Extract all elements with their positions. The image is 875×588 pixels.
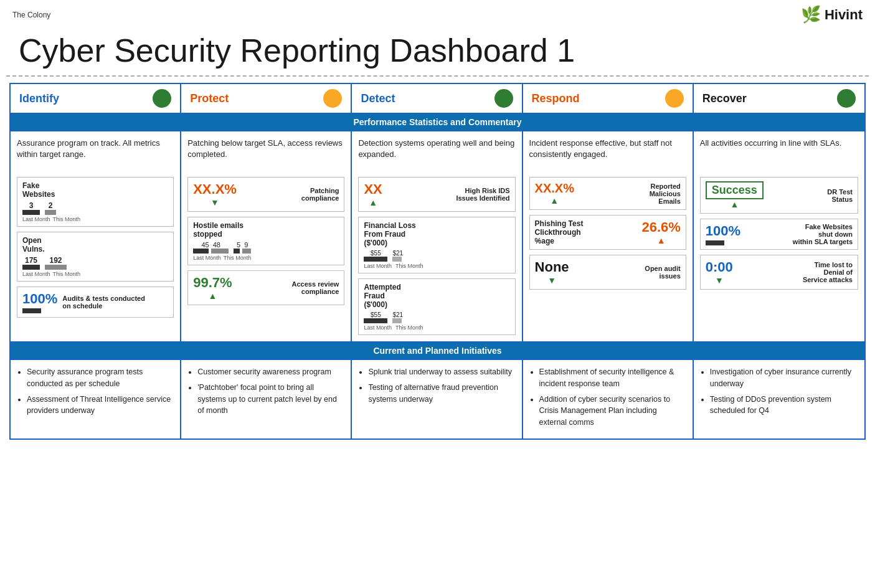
patching-val: XX.X% — [193, 181, 237, 197]
he-bar4 — [242, 249, 251, 254]
rme-label: ReportedMaliciousEmails — [650, 183, 681, 205]
respond-circle — [665, 89, 684, 108]
perf-banner: Performance Statistics and Commentary — [9, 114, 866, 131]
af-val-this: $21 — [392, 311, 403, 318]
respond-col: Incident response effective, but staff n… — [523, 131, 694, 341]
protect-col: Patching below target SLA, access review… — [181, 131, 352, 341]
fl-val-this: $21 — [392, 250, 403, 257]
he-sublabels: Last Month This Month — [193, 255, 339, 261]
dos-val: 0:00 — [706, 259, 733, 275]
phishing-arrow: ▲ — [657, 235, 666, 245]
fake-websites-metric: FakeWebsites 3 2 Last — [17, 177, 174, 227]
fw-this-label: This Month — [53, 216, 81, 222]
protect-init-1: Customer security awareness program — [197, 366, 343, 378]
dr-arrow: ▲ — [730, 199, 739, 209]
dr-test-metric: Success ▲ DR TestStatus — [700, 177, 858, 214]
audit-arrow: ▼ — [547, 275, 556, 285]
fw-sla-bar — [706, 240, 724, 245]
detect-init-col: Splunk trial underway to assess suitabil… — [352, 360, 523, 439]
recover-init-1: Investigation of cyber insurance current… — [710, 366, 857, 390]
recover-desc: All activities occurring in line with SL… — [700, 138, 858, 172]
phishing-metric: Phishing TestClickthrough%age 26.6% ▲ — [529, 215, 686, 250]
header-row: Identify Protect Detect Respond Recover — [9, 83, 866, 114]
fw-bar-last — [22, 210, 40, 215]
detect-col: Detection systems operating well and bei… — [352, 131, 523, 341]
logo-icon: 🌿 — [801, 5, 821, 24]
patching-label: Patchingcompliance — [301, 187, 339, 202]
fl-this-label: This Month — [395, 263, 423, 269]
af-last-label: Last Month — [364, 325, 392, 331]
identify-label: Identify — [19, 92, 59, 105]
audits-metric: 100% Audits & tests conductedon schedule — [17, 287, 174, 318]
time-lost-metric: 0:00 ▼ Time lost toDenial ofService atta… — [700, 255, 858, 290]
high-risk-ids-metric: XX ▲ High Risk IDSIssues Identified — [358, 177, 515, 212]
rme-arrow: ▲ — [550, 196, 559, 206]
identify-header: Identify — [11, 84, 181, 113]
logo: 🌿 Hivint — [801, 5, 863, 24]
open-audit-metric: None ▼ Open auditissues — [529, 255, 686, 290]
phishing-label: Phishing TestClickthrough%age — [535, 219, 584, 245]
fl-val-last: $55 — [364, 250, 387, 257]
he-label: Hostile emailsstopped — [193, 221, 339, 239]
patching-metric: XX.X% ▼ Patchingcompliance — [187, 177, 344, 212]
detect-init-2: Testing of alternative fraud prevention … — [368, 382, 514, 405]
dos-arrow: ▼ — [715, 275, 724, 285]
fw-sla-label: Fake Websitesshut downwithin SLA targets — [793, 223, 853, 245]
ov-last-label: Last Month — [22, 271, 50, 277]
ids-label: High Risk IDSIssues Identified — [456, 187, 509, 202]
af-label: AttemptedFraud($'000) — [364, 283, 509, 309]
fw-val-this: 2 — [45, 201, 56, 210]
detect-init-1: Splunk trial underway to assess suitabil… — [368, 366, 514, 378]
protect-header: Protect — [181, 84, 352, 113]
ids-arrow: ▲ — [369, 197, 377, 207]
dr-label: DR TestStatus — [827, 188, 853, 203]
fw-sublabels: Last Month This Month — [22, 216, 80, 222]
ov-val-last: 175 — [22, 256, 40, 265]
respond-init-col: Establishment of security intelligence &… — [523, 360, 694, 439]
audits-bar — [22, 308, 41, 313]
ov-this-label: This Month — [53, 271, 81, 277]
logo-text: Hivint — [825, 7, 863, 23]
fl-bar-last — [364, 257, 387, 262]
fl-label: Financial LossFrom Fraud($'000) — [364, 221, 509, 247]
protect-label: Protect — [190, 92, 229, 105]
audit-val: None — [535, 259, 569, 275]
protect-init-2: 'Patchtober' focal point to bring all sy… — [197, 382, 343, 417]
identify-init-2: Assessment of Threat Intelligence servic… — [27, 394, 173, 417]
page-title: Cyber Security Reporting Dashboard 1 — [6, 27, 869, 77]
audits-label: Audits & tests conductedon schedule — [62, 295, 145, 310]
patching-arrow: ▼ — [210, 197, 219, 207]
af-val-last: $55 — [364, 311, 387, 318]
detect-header: Detect — [352, 84, 523, 113]
he-this-label: This Month — [224, 255, 252, 261]
af-sublabels: Last Month This Month — [364, 325, 509, 331]
identify-desc: Assurance program on track. All metrics … — [17, 138, 174, 172]
protect-init-col: Customer security awareness program 'Pat… — [181, 360, 352, 439]
identify-col: Assurance program on track. All metrics … — [11, 131, 181, 341]
he-last-label: Last Month — [193, 255, 221, 261]
fw-sla-metric: 100% Fake Websitesshut downwithin SLA ta… — [700, 219, 858, 250]
ids-val: XX — [364, 181, 382, 197]
respond-init-2: Addition of cyber security scenarios to … — [539, 394, 685, 429]
detect-desc: Detection systems operating well and bei… — [358, 138, 515, 172]
recover-circle — [837, 89, 856, 108]
recover-col: All activities occurring in line with SL… — [694, 131, 864, 341]
open-vulns-metric: OpenVulns. 175 192 La — [17, 232, 174, 282]
he-bar1 — [193, 249, 209, 254]
init-banner: Current and Planned Initiatives — [9, 341, 866, 360]
respond-header: Respond — [523, 84, 694, 113]
fl-last-label: Last Month — [364, 263, 392, 269]
access-val: 99.7% — [193, 275, 232, 291]
af-bar-this — [392, 318, 402, 323]
access-label: Access reviewcompliance — [292, 280, 339, 295]
respond-label: Respond — [532, 92, 580, 105]
identify-circle — [153, 89, 171, 108]
recover-label: Recover — [702, 92, 747, 105]
respond-init-1: Establishment of security intelligence &… — [539, 366, 685, 390]
detect-circle — [494, 89, 513, 108]
ov-bar-this — [45, 265, 67, 270]
content-grid: Assurance program on track. All metrics … — [9, 131, 866, 341]
fw-val-last: 3 — [22, 201, 40, 210]
af-this-label: This Month — [395, 325, 423, 331]
company-name: The Colony — [12, 11, 50, 19]
